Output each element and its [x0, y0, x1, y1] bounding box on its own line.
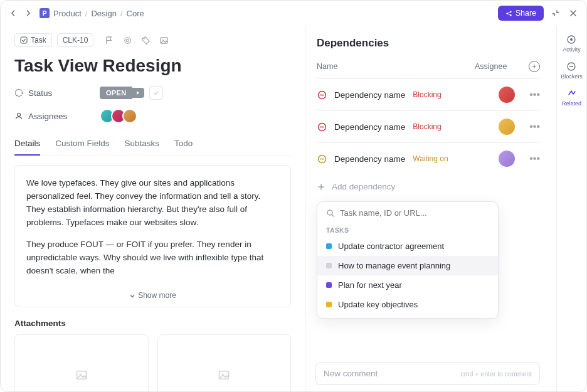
description-box: We love typefaces. They give our sites a…: [14, 165, 291, 307]
svg-point-5: [127, 39, 129, 41]
add-column-button[interactable]: +: [529, 61, 540, 72]
svg-point-9: [16, 90, 23, 97]
tag-icon[interactable]: [141, 36, 151, 45]
status-dot: [326, 302, 332, 307]
assignees-field-label: Assignees: [28, 112, 67, 121]
blockers-icon: [566, 61, 576, 72]
dependency-row[interactable]: Dependency name Blocking •••: [317, 110, 540, 142]
flag-icon[interactable]: [105, 36, 114, 45]
search-dropdown: TASKS Update contractor agreement How to…: [317, 201, 499, 319]
task-icon: [20, 36, 28, 44]
breadcrumb-item[interactable]: Core: [127, 9, 144, 18]
breadcrumb-separator: /: [120, 9, 123, 18]
avatar[interactable]: [499, 151, 515, 167]
share-icon: [505, 10, 512, 17]
status-dot: [326, 263, 332, 268]
task-type-label: Task: [31, 36, 46, 45]
search-result-label: Plan for next year: [338, 280, 402, 290]
tab-details[interactable]: Details: [14, 132, 40, 156]
status-chip[interactable]: OPEN: [100, 87, 132, 99]
close-button[interactable]: [568, 8, 579, 19]
more-button[interactable]: •••: [515, 153, 540, 164]
dependency-name: Dependency name: [334, 154, 405, 164]
svg-line-22: [332, 215, 334, 216]
more-button[interactable]: •••: [515, 121, 540, 132]
attachment-placeholder[interactable]: [157, 334, 292, 391]
topbar-right: Share: [498, 6, 579, 21]
comment-input[interactable]: New comment cmd + enter to comment: [315, 362, 540, 385]
add-dependency-label: Add dependency: [332, 182, 395, 191]
rail-activity[interactable]: Activity: [563, 34, 581, 53]
breadcrumb-item[interactable]: Design: [91, 9, 116, 18]
chevron-down-icon: [129, 293, 135, 299]
back-button[interactable]: [8, 8, 18, 18]
tab-custom-fields[interactable]: Custom Fields: [55, 132, 109, 156]
forward-button[interactable]: [23, 8, 33, 18]
svg-point-10: [18, 114, 21, 117]
search-result-item[interactable]: How to manage event planning: [317, 256, 498, 275]
status-label-wrap: Status: [14, 88, 91, 98]
dependency-row[interactable]: Dependency name Blocking •••: [317, 78, 540, 110]
dependency-row[interactable]: Dependency name Waiting on •••: [317, 142, 540, 174]
breadcrumb-separator: /: [85, 9, 88, 18]
status-value-wrap: OPEN: [100, 86, 163, 100]
search-input-wrap: [317, 208, 498, 223]
assignees-label-wrap: Assignees: [14, 112, 91, 121]
dependency-name: Dependency name: [334, 90, 405, 100]
dependency-name: Dependency name: [334, 122, 405, 132]
dependency-status: Blocking: [413, 89, 441, 100]
breadcrumb-item[interactable]: Product: [53, 9, 82, 18]
rail-blockers[interactable]: Blockers: [561, 61, 583, 80]
share-button[interactable]: Share: [498, 6, 544, 21]
search-icon: [326, 209, 335, 218]
status-field-label: Status: [28, 88, 52, 98]
side-rail: Activity Blockers Related: [556, 26, 586, 391]
task-id: CLK-10: [63, 36, 88, 45]
task-action-icons: [105, 36, 169, 45]
assignee-avatars[interactable]: [100, 109, 137, 124]
rail-label: Blockers: [561, 73, 583, 80]
add-dependency-button[interactable]: Add dependency: [317, 174, 540, 199]
task-type-badge[interactable]: Task: [14, 33, 52, 47]
search-result-item[interactable]: Update contractor agreement: [317, 236, 498, 256]
left-column: Task CLK-10 Task View Redesign Status OP…: [1, 26, 305, 391]
tabs: Details Custom Fields Subtasks Todo: [14, 132, 291, 156]
share-label: Share: [516, 9, 536, 18]
comment-hint: cmd + enter to comment: [460, 370, 532, 378]
blocking-icon: [317, 122, 327, 132]
avatar[interactable]: [499, 119, 515, 135]
assignees-row: Assignees: [14, 109, 291, 124]
right-column: Dependencies Name Assignee + Dependency …: [305, 26, 556, 391]
image-icon: [218, 369, 230, 381]
collapse-button[interactable]: [550, 8, 561, 19]
search-input[interactable]: [340, 208, 489, 218]
plus-icon: [317, 183, 325, 191]
image-icon[interactable]: [159, 36, 169, 45]
attachment-placeholder[interactable]: [14, 334, 149, 391]
task-id-badge[interactable]: CLK-10: [57, 33, 94, 47]
status-dot: [326, 282, 332, 288]
attachments-title: Attachments: [14, 319, 291, 328]
avatar[interactable]: [499, 87, 515, 103]
description-fade: [15, 272, 290, 290]
tab-todo[interactable]: Todo: [174, 132, 193, 156]
tab-subtasks[interactable]: Subtasks: [125, 132, 160, 156]
dependency-status: Waiting on: [413, 153, 448, 164]
search-result-item[interactable]: Plan for next year: [317, 275, 498, 295]
project-icon[interactable]: P: [40, 8, 50, 18]
column-assignee: Assignee: [475, 62, 525, 71]
activity-icon: [566, 34, 576, 45]
dependencies-header: Name Assignee +: [317, 61, 540, 78]
image-icon: [75, 369, 88, 381]
status-next-button[interactable]: [132, 88, 144, 98]
task-title: Task View Redesign: [14, 56, 291, 76]
avatar[interactable]: [122, 109, 137, 124]
column-add: +: [525, 61, 540, 72]
search-result-item[interactable]: Update key objectives: [317, 295, 498, 314]
target-icon[interactable]: [123, 36, 132, 45]
rail-label: Activity: [563, 46, 581, 53]
more-button[interactable]: •••: [515, 89, 540, 100]
status-complete-button[interactable]: [149, 86, 163, 100]
rail-related[interactable]: Related: [562, 88, 581, 107]
search-result-label: Update key objectives: [338, 300, 418, 309]
